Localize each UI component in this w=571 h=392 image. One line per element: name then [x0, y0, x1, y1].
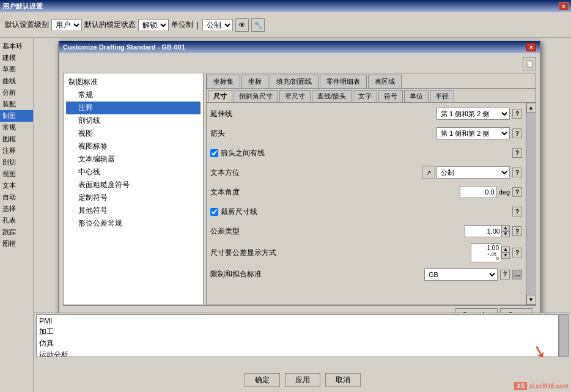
sidebar-item-drawing[interactable]: 草图 [0, 64, 33, 75]
trimline-checkbox-label: 裁剪尺寸线 [210, 207, 257, 217]
unit-select[interactable]: 公制 [202, 19, 233, 31]
arrow-select[interactable]: 第 1 侧和第 2 侧 [437, 127, 510, 139]
tab-fill[interactable]: 填充/剖面线 [270, 75, 319, 88]
textdir-row: 文本方位 ↗ 公制 ? [210, 165, 522, 180]
list-item-machining[interactable]: 加工 [38, 326, 557, 338]
default-level-select[interactable]: 用户 [51, 19, 82, 31]
subtab-line[interactable]: 直线/箭头 [312, 90, 352, 102]
textangle-help-btn[interactable]: ? [512, 187, 522, 197]
scroll-down-btn[interactable]: ▼ [526, 295, 536, 305]
sidebar-item-machining[interactable]: 制图 [0, 110, 33, 122]
limitfit-extra-btn[interactable]: … [512, 270, 522, 279]
toltype-help-btn[interactable]: ? [512, 226, 522, 236]
sidebar-item-assembly[interactable]: 装配 [0, 98, 33, 110]
tree-item-centerline[interactable]: 中心线 [66, 166, 201, 179]
dialog-title-bar: Customize Drafting Standard - GB-001 × [59, 41, 540, 53]
tree-item-custom[interactable]: 定制符号 [66, 191, 201, 204]
right-panel-scrollbar: ▲ ▼ [526, 103, 536, 305]
textangle-input[interactable] [460, 186, 496, 198]
tab-partslist[interactable]: 零件明细表 [320, 75, 367, 88]
arrow-controls: 第 1 侧和第 2 侧 ? [290, 127, 522, 139]
list-item-motion[interactable]: 运动分析 [38, 349, 557, 357]
extline-help-btn[interactable]: ? [512, 109, 522, 119]
textdir-icon-btn[interactable]: ↗ [422, 166, 435, 179]
sidebar-item-annotation[interactable]: 注释 [0, 145, 33, 157]
toltype-input[interactable] [465, 225, 501, 237]
sidebar-item-auto[interactable]: 自动 [0, 191, 33, 203]
sidebar-item-text[interactable]: 文本 [0, 180, 33, 191]
textdir-help-btn[interactable]: ? [512, 168, 522, 177]
tree-item-standard[interactable]: 制图标准 [66, 76, 201, 89]
extline-label: 延伸线 [210, 109, 290, 119]
trimline-help-btn[interactable]: ? [512, 207, 522, 216]
lock-state-select[interactable]: 解锁 [138, 19, 169, 31]
lock-state-label: 默认的锁定状态 [84, 20, 136, 30]
limitfit-select[interactable]: GB [424, 268, 498, 281]
dialog-icon-btn[interactable]: 📋 [523, 57, 536, 70]
subtab-chamfer[interactable]: 倒斜角尺寸 [234, 90, 278, 102]
tree-item-normal[interactable]: 常规 [66, 89, 201, 102]
toolbar-icon1[interactable]: 👁 [235, 18, 249, 32]
limitfit-help-btn[interactable]: ? [500, 270, 510, 279]
bottom-apply-btn[interactable]: 应用 [285, 373, 320, 387]
sidebar-item-cut[interactable]: 剖切 [0, 157, 33, 168]
toltype-spinner: ▲ ▼ [465, 225, 510, 237]
unit-label: 单位制 [171, 20, 193, 30]
dialog: Customize Drafting Standard - GB-001 × 📋… [58, 41, 541, 347]
textdir-controls: ↗ 公制 ? [290, 166, 522, 179]
sidebar-item-build[interactable]: 建模 [0, 52, 33, 64]
sidebar-item-view[interactable]: 视图 [0, 168, 33, 180]
subtab-radius[interactable]: 半径 [430, 90, 454, 102]
bottom-cancel-btn[interactable]: 取消 [325, 373, 361, 387]
toltype-down-btn[interactable]: ▼ [501, 231, 510, 237]
extline-row: 延伸线 第 1 侧和第 2 侧 ? [210, 106, 522, 121]
trimline-checkbox[interactable] [210, 208, 218, 216]
toolbar-icon2[interactable]: 🔧 [251, 18, 265, 32]
tree-item-surface[interactable]: 表面粗糙度符号 [66, 179, 201, 191]
subtab-text[interactable]: 文字 [353, 90, 377, 102]
dimtol-down-btn[interactable]: ▼ [501, 253, 510, 259]
watermark: XS zl.xsl616.com [514, 382, 569, 390]
main-close-btn[interactable]: × [559, 2, 569, 10]
tree-item-texteditor[interactable]: 文本编辑器 [66, 153, 201, 166]
arrow-help-btn[interactable]: ? [512, 128, 522, 138]
sidebar-item-drawing2[interactable]: 图框 [0, 133, 33, 145]
sidebar-item-chart[interactable]: 图框 [0, 238, 33, 250]
sidebar-item-normal[interactable]: 常规 [0, 122, 33, 133]
subtab-unit[interactable]: 单位 [404, 90, 429, 102]
arrow-label: 箭头 [210, 128, 290, 139]
tree-item-viewtag[interactable]: 视图标签 [66, 140, 201, 153]
arrowline-checkbox[interactable] [210, 149, 218, 157]
subtab-narrow[interactable]: 窄尺寸 [279, 90, 311, 102]
sidebar-item-analysis[interactable]: 分析 [0, 87, 33, 98]
dimtol-help-btn[interactable]: ? [512, 248, 522, 257]
list-item-pmi[interactable]: PMI [38, 316, 557, 326]
tree-item-annotation[interactable]: 注释 [66, 102, 201, 114]
bottom-scrollbar [559, 314, 569, 357]
extline-select[interactable]: 第 1 侧和第 2 侧 [437, 108, 510, 120]
sidebar-item-hole[interactable]: 孔表 [0, 215, 33, 226]
bottom-ok-btn[interactable]: 确定 [245, 373, 280, 387]
arrow-row: 箭头 第 1 侧和第 2 侧 ? [210, 126, 522, 141]
tab-coordset[interactable]: 坐标集 [207, 75, 240, 88]
textdir-select[interactable]: 公制 [437, 166, 510, 179]
dialog-close-btn[interactable]: × [526, 43, 536, 51]
sidebar-item-curve[interactable]: 曲线 [0, 75, 33, 87]
sidebar-item-track[interactable]: 跟踪 [0, 226, 33, 238]
tree-item-cut[interactable]: 剖切线 [66, 114, 201, 127]
subtab-symbol[interactable]: 符号 [378, 90, 403, 102]
subtab-size[interactable]: 尺寸 [208, 90, 232, 102]
tree-item-other[interactable]: 其他符号 [66, 204, 201, 217]
arrowline-help-btn[interactable]: ? [512, 148, 522, 158]
tree-item-form[interactable]: 形位公差常规 [66, 217, 201, 230]
dimtol-up-btn[interactable]: ▲ [501, 246, 510, 253]
tab-coord[interactable]: 坐标 [241, 75, 268, 88]
list-item-sim[interactable]: 仿真 [38, 338, 557, 349]
tab-area[interactable]: 表区域 [368, 75, 402, 88]
textangle-unit: deg [499, 188, 510, 196]
tree-item-view[interactable]: 视图 [66, 127, 201, 140]
sidebar-item-select[interactable]: 选择 [0, 203, 33, 215]
sidebar-item-basic[interactable]: 基本环 [0, 40, 33, 52]
scroll-up-btn[interactable]: ▲ [526, 103, 536, 113]
toltype-up-btn[interactable]: ▲ [501, 225, 510, 231]
